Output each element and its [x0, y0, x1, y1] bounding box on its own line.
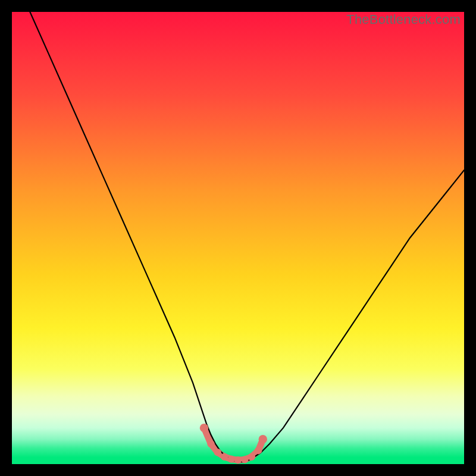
marker-dot [248, 453, 255, 461]
marker-dot [255, 447, 262, 454]
chart-svg [12, 12, 464, 464]
plot-area: TheBottleneck.com [12, 12, 464, 464]
marker-dot [241, 456, 248, 463]
watermark-text: TheBottleneck.com [346, 12, 461, 27]
marker-dot [214, 449, 221, 456]
marker-dot [259, 435, 267, 443]
marker-dot [227, 455, 234, 462]
marker-dot [221, 453, 228, 461]
chart-frame: TheBottleneck.com [0, 0, 476, 476]
marker-dot [207, 440, 214, 447]
marker-dot [234, 456, 242, 464]
gradient-rect [12, 12, 464, 464]
marker-dot [200, 424, 208, 432]
